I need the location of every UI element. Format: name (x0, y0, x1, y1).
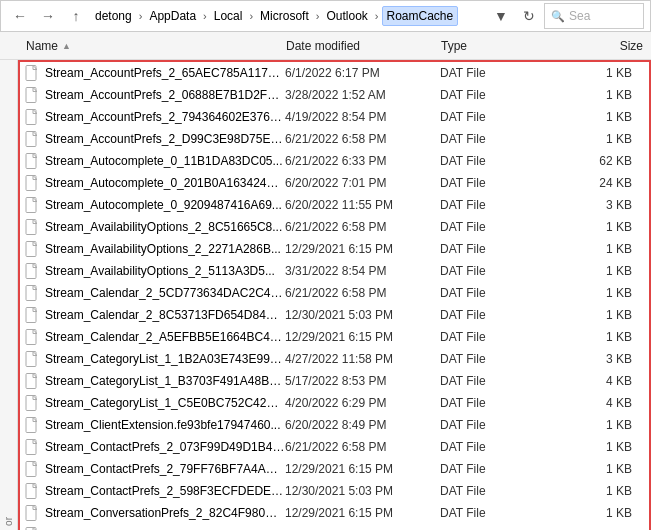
table-row[interactable]: Stream_ConversationPrefs_2_801438CAB...1… (20, 524, 649, 530)
table-row[interactable]: Stream_Autocomplete_0_201B0A16342400...6… (20, 172, 649, 194)
file-icon (25, 241, 41, 257)
file-type: DAT File (440, 264, 520, 278)
svg-rect-15 (26, 396, 36, 411)
file-icon (25, 285, 41, 301)
file-name: Stream_ClientExtension.fe93bfe17947460..… (45, 418, 285, 432)
file-type: DAT File (440, 396, 520, 410)
search-placeholder: Sea (569, 9, 590, 23)
file-modified: 6/21/2022 6:58 PM (285, 440, 440, 454)
file-icon (25, 461, 41, 477)
file-type: DAT File (440, 484, 520, 498)
table-row[interactable]: Stream_AvailabilityOptions_2_5113A3D5...… (20, 260, 649, 282)
file-icon (25, 483, 41, 499)
col-header-type[interactable]: Type (437, 39, 517, 53)
file-size: 1 KB (520, 484, 644, 498)
file-size: 4 KB (520, 396, 644, 410)
file-size: 1 KB (520, 506, 644, 520)
table-row[interactable]: Stream_CategoryList_1_B3703F491A48B8...5… (20, 370, 649, 392)
file-icon (25, 175, 41, 191)
file-icon (25, 87, 41, 103)
col-header-name[interactable]: Name ▲ (22, 39, 282, 53)
table-row[interactable]: Stream_AccountPrefs_2_D99C3E98D75E3...6/… (20, 128, 649, 150)
file-modified: 12/29/2021 6:15 PM (285, 242, 440, 256)
svg-rect-14 (26, 374, 36, 389)
file-icon (25, 439, 41, 455)
file-icon (25, 505, 41, 521)
table-row[interactable]: Stream_Autocomplete_0_9209487416A69...6/… (20, 194, 649, 216)
forward-button[interactable]: → (35, 3, 61, 29)
file-name: Stream_AccountPrefs_2_794364602E376C... (45, 110, 285, 124)
refresh-button[interactable]: ↻ (516, 3, 542, 29)
svg-rect-2 (26, 110, 36, 125)
file-modified: 12/29/2021 6:15 PM (285, 462, 440, 476)
file-type: DAT File (440, 374, 520, 388)
file-modified: 6/20/2022 8:49 PM (285, 418, 440, 432)
table-row[interactable]: Stream_Calendar_2_A5EFBB5E1664BC48B...12… (20, 326, 649, 348)
file-type: DAT File (440, 462, 520, 476)
search-box[interactable]: 🔍 Sea (544, 3, 644, 29)
file-type: DAT File (440, 330, 520, 344)
table-row[interactable]: Stream_AvailabilityOptions_2_2271A286B..… (20, 238, 649, 260)
table-row[interactable]: Stream_ContactPrefs_2_073F99D49D1B45...6… (20, 436, 649, 458)
file-name: Stream_AccountPrefs_2_06888E7B1D2F45... (45, 88, 285, 102)
table-row[interactable]: Stream_Calendar_2_8C53713FD654D84BB...12… (20, 304, 649, 326)
file-name: Stream_Calendar_2_A5EFBB5E1664BC48B... (45, 330, 285, 344)
breadcrumb-detong[interactable]: detong (91, 7, 136, 25)
highlighted-file-group: Stream_AccountPrefs_2_65AEC785A117C...6/… (18, 60, 651, 530)
file-name: Stream_Autocomplete_0_201B0A16342400... (45, 176, 285, 190)
dropdown-button[interactable]: ▼ (488, 3, 514, 29)
file-name: Stream_CategoryList_1_1B2A03E743E9904... (45, 352, 285, 366)
table-row[interactable]: Stream_CategoryList_1_1B2A03E743E9904...… (20, 348, 649, 370)
file-list: Stream_AccountPrefs_2_65AEC785A117C...6/… (18, 60, 651, 530)
svg-rect-13 (26, 352, 36, 367)
breadcrumb-outlook[interactable]: Outlook (322, 7, 371, 25)
file-icon (25, 219, 41, 235)
file-size: 1 KB (520, 66, 644, 80)
table-row[interactable]: Stream_Calendar_2_5CD773634DAC2C49...6/2… (20, 282, 649, 304)
svg-rect-10 (26, 286, 36, 301)
file-type: DAT File (440, 242, 520, 256)
file-icon (25, 417, 41, 433)
breadcrumb-local[interactable]: Local (210, 7, 247, 25)
table-row[interactable]: Stream_Autocomplete_0_11B1DA83DC05...6/2… (20, 150, 649, 172)
file-modified: 12/29/2021 6:15 PM (285, 330, 440, 344)
file-type: DAT File (440, 66, 520, 80)
col-header-modified[interactable]: Date modified (282, 39, 437, 53)
svg-rect-18 (26, 462, 36, 477)
file-name: Stream_AvailabilityOptions_2_8C51665C8..… (45, 220, 285, 234)
svg-rect-6 (26, 198, 36, 213)
file-name: Stream_ContactPrefs_2_073F99D49D1B45... (45, 440, 285, 454)
up-button[interactable]: ↑ (63, 3, 89, 29)
file-type: DAT File (440, 308, 520, 322)
breadcrumb-appdata[interactable]: AppData (145, 7, 200, 25)
column-headers: Name ▲ Date modified Type Size (0, 32, 651, 60)
table-row[interactable]: Stream_AccountPrefs_2_06888E7B1D2F45...3… (20, 84, 649, 106)
file-name: Stream_AccountPrefs_2_65AEC785A117C... (45, 66, 285, 80)
file-icon (25, 197, 41, 213)
table-row[interactable]: Stream_ClientExtension.fe93bfe17947460..… (20, 414, 649, 436)
file-type: DAT File (440, 154, 520, 168)
file-size: 1 KB (520, 286, 644, 300)
file-size: 1 KB (520, 242, 644, 256)
back-button[interactable]: ← (7, 3, 33, 29)
table-row[interactable]: Stream_ContactPrefs_2_79FF76BF7A4AED...1… (20, 458, 649, 480)
col-header-size[interactable]: Size (517, 39, 647, 53)
svg-rect-12 (26, 330, 36, 345)
table-row[interactable]: Stream_AccountPrefs_2_794364602E376C...4… (20, 106, 649, 128)
table-row[interactable]: Stream_AvailabilityOptions_2_8C51665C8..… (20, 216, 649, 238)
breadcrumb-roamcache[interactable]: RoamCache (382, 6, 459, 26)
file-size: 1 KB (520, 110, 644, 124)
svg-rect-7 (26, 220, 36, 235)
file-size: 1 KB (520, 330, 644, 344)
file-icon (25, 109, 41, 125)
table-row[interactable]: Stream_ContactPrefs_2_598F3ECFDEDEC...12… (20, 480, 649, 502)
address-bar: ← → ↑ detong › AppData › Local › Microso… (0, 0, 651, 32)
file-size: 1 KB (520, 418, 644, 432)
table-row[interactable]: Stream_AccountPrefs_2_65AEC785A117C...6/… (20, 62, 649, 84)
file-name: Stream_AvailabilityOptions_2_5113A3D5... (45, 264, 285, 278)
table-row[interactable]: Stream_ConversationPrefs_2_82C4F980B0...… (20, 502, 649, 524)
table-row[interactable]: Stream_CategoryList_1_C5E0BC752C42D7...4… (20, 392, 649, 414)
breadcrumb-microsoft[interactable]: Microsoft (256, 7, 313, 25)
file-size: 24 KB (520, 176, 644, 190)
svg-rect-8 (26, 242, 36, 257)
